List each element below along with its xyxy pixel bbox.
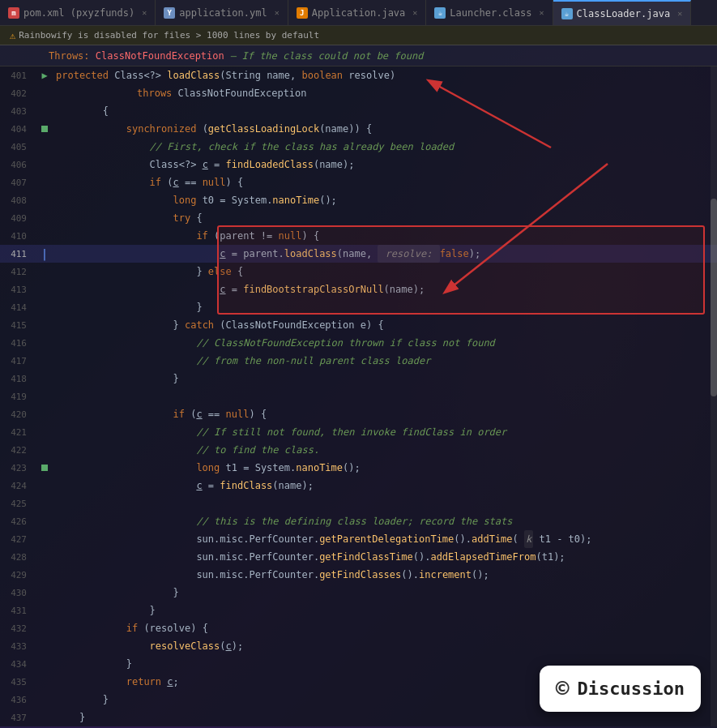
gutter-418 [36, 370, 53, 388]
line-num-419: 419 [0, 388, 36, 405]
line-content-410: if (parent != null) { [53, 227, 717, 245]
line-content-401: protected Class<?> loadClass(String name… [53, 66, 717, 84]
line-content-416: // ClassNotFoundException thrown if clas… [53, 334, 717, 352]
tab-pom[interactable]: m pom.xml (pxyzfunds) ✕ [0, 0, 156, 25]
line-num-403: 403 [0, 102, 36, 120]
scrollbar-thumb[interactable] [711, 199, 717, 396]
line-num-422: 422 [0, 441, 36, 459]
line-content-417: // from the non-null parent class loader [53, 352, 717, 370]
throws-description: If the class could not be found [241, 50, 423, 62]
line-num-402: 402 [0, 84, 36, 102]
code-area: 401 ▶ protected Class<?> loadClass(Strin… [0, 66, 717, 726]
tab-bar: m pom.xml (pxyzfunds) ✕ Y application.ym… [0, 0, 717, 26]
code-line-430: 430 } [0, 584, 717, 602]
line-num-413: 413 [0, 280, 36, 298]
gutter-416 [36, 334, 53, 352]
line-content-408: long t0 = System.nanoTime(); [53, 191, 717, 209]
line-content-414: } [53, 298, 717, 316]
line-content-422: // to find the class. [53, 441, 717, 459]
line-content-402: throws ClassNotFoundException [53, 84, 717, 102]
line-num-435: 435 [0, 673, 36, 691]
line-num-434: 434 [0, 655, 36, 673]
tab-java-close[interactable]: ✕ [412, 8, 417, 17]
gutter-422 [36, 441, 53, 459]
gutter-436 [36, 691, 53, 709]
code-line-423: 423 long t1 = System.nanoTime(); [0, 459, 717, 477]
code-line-409: 409 try { [0, 209, 717, 227]
gutter-411: | [36, 245, 53, 263]
gutter-427 [36, 530, 53, 548]
line-content-424: c = findClass(name); [53, 477, 717, 495]
line-content-420: if (c == null) { [53, 405, 717, 423]
code-line-425: 425 [0, 495, 717, 512]
line-num-407: 407 [0, 173, 36, 191]
gutter-410 [36, 227, 53, 245]
code-line-417: 417 // from the non-null parent class lo… [0, 352, 717, 370]
tab-application-java-label: Application.java [312, 7, 406, 19]
tab-application-yml[interactable]: Y application.yml ✕ [156, 0, 288, 25]
gutter-icon-423 [41, 465, 48, 471]
gutter-414 [36, 298, 53, 316]
yaml-icon: Y [164, 7, 175, 19]
code-line-412: 412 } else { [0, 263, 717, 280]
code-line-415: 415 } catch (ClassNotFoundException e) { [0, 316, 717, 334]
tab-yml-close[interactable]: ✕ [275, 8, 280, 17]
discussion-badge[interactable]: © Discussion [540, 666, 701, 712]
code-line-418: 418 } [0, 370, 717, 388]
tab-pom-label: pom.xml (pxyzfunds) [23, 7, 134, 19]
line-content-405: // First, check if the class has already… [53, 138, 717, 156]
gutter-432 [36, 619, 53, 637]
tab-pom-close[interactable]: ✕ [142, 8, 147, 17]
gutter-408 [36, 191, 53, 209]
line-num-411: 411 [0, 245, 36, 263]
line-num-427: 427 [0, 530, 36, 548]
copyright-icon: © [556, 675, 570, 702]
code-line-410: 410 if (parent != null) { [0, 227, 717, 245]
warning-bar: ⚠ Rainbowify is disabled for files > 100… [0, 26, 717, 45]
gutter-406 [36, 156, 53, 173]
line-num-406: 406 [0, 156, 36, 173]
vertical-scrollbar[interactable] [711, 66, 717, 726]
line-num-431: 431 [0, 602, 36, 619]
line-content-418: } [53, 370, 717, 388]
code-line-402: 402 throws ClassNotFoundException [0, 84, 717, 102]
code-line-403: 403 { [0, 102, 717, 120]
tab-classloader-java[interactable]: ☕ ClassLoader.java ✕ [553, 0, 692, 25]
warning-text: Rainbowify is disabled for files > 1000 … [19, 30, 319, 41]
gutter-428 [36, 548, 53, 566]
code-line-421: 421 // If still not found, then invoke f… [0, 423, 717, 441]
line-num-426: 426 [0, 512, 36, 530]
gutter-402 [36, 84, 53, 102]
line-num-436: 436 [0, 691, 36, 709]
line-num-432: 432 [0, 619, 36, 637]
line-content-425 [53, 495, 717, 512]
line-content-432: if (resolve) { [53, 619, 717, 637]
classloader-icon: ☕ [561, 8, 573, 19]
line-content-413: c = findBootstrapClassOrNull(name); [53, 280, 717, 298]
line-num-433: 433 [0, 637, 36, 655]
code-line-433: 433 resolveClass(c); [0, 637, 717, 655]
gutter-407 [36, 173, 53, 191]
editor-container: m pom.xml (pxyzfunds) ✕ Y application.ym… [0, 0, 717, 728]
tab-application-java[interactable]: J Application.java ✕ [288, 0, 427, 25]
line-num-429: 429 [0, 566, 36, 584]
line-num-409: 409 [0, 209, 36, 227]
line-content-433: resolveClass(c); [53, 637, 717, 655]
line-num-417: 417 [0, 352, 36, 370]
gutter-icon-401: ▶ [41, 70, 47, 81]
line-num-410: 410 [0, 227, 36, 245]
tab-launcher-class[interactable]: ☕ Launcher.class ✕ [426, 0, 553, 25]
gutter-405 [36, 138, 53, 156]
maven-icon: m [8, 7, 19, 19]
tab-classloader-close[interactable]: ✕ [677, 9, 682, 18]
line-num-420: 420 [0, 405, 36, 423]
line-num-430: 430 [0, 584, 36, 602]
gutter-417 [36, 352, 53, 370]
gutter-421 [36, 423, 53, 441]
code-line-427: 427 sun.misc.PerfCounter.getParentDelega… [0, 530, 717, 548]
code-lines: 401 ▶ protected Class<?> loadClass(Strin… [0, 66, 717, 726]
code-line-420: 420 if (c == null) { [0, 405, 717, 423]
line-content-431: } [53, 602, 717, 619]
tab-launcher-close[interactable]: ✕ [540, 8, 544, 17]
line-content-411: c = parent.loadClass(name, resolve: fals… [53, 245, 717, 263]
